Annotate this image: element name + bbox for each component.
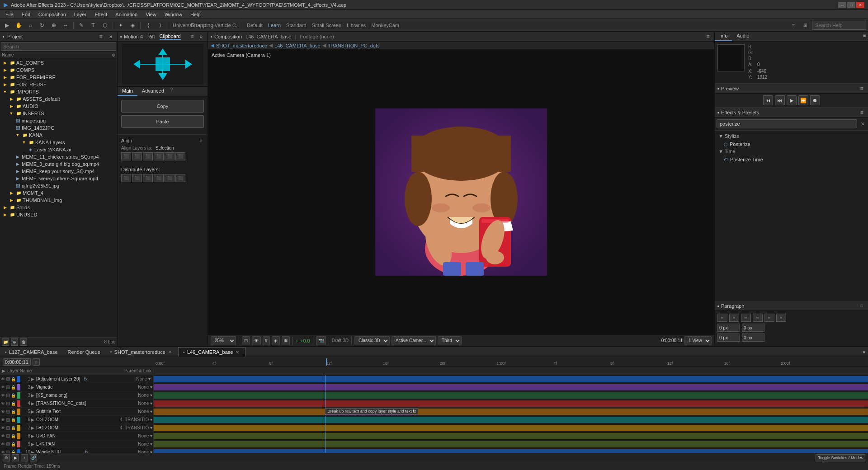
solo-icon-1[interactable] [6, 377, 10, 381]
para-align-right[interactable]: ≡ [741, 314, 751, 322]
timeline-tab-shot[interactable]: ▪ SHOT_mastertoreducе ✕ [105, 347, 178, 357]
clipboard-menu-btn[interactable]: ≡ [189, 33, 196, 40]
eye-icon-5[interactable]: 👁 [1, 409, 5, 414]
tree-item-for-reuse[interactable]: ▶ 📁 FOR_REUSE [0, 81, 117, 88]
tl-audio-btn[interactable]: ♪ [21, 454, 28, 461]
dist-left-btn[interactable]: ⬛ [121, 174, 131, 182]
align-bottom-btn[interactable]: ⬛ [175, 152, 185, 160]
eye-icon-8[interactable]: 👁 [1, 434, 5, 438]
expand-layer-5[interactable]: ▶ [31, 409, 34, 414]
tree-item-images-jpg[interactable]: 🖼 images.jpg [0, 117, 117, 124]
paragraph-menu-btn[interactable]: ≡ [858, 302, 865, 310]
parent-1[interactable]: None ▾ [136, 376, 151, 381]
eye-icon-4[interactable]: 👁 [1, 401, 5, 406]
project-search-input[interactable] [1, 42, 116, 51]
lock-icon-8[interactable]: 🔒 [11, 434, 16, 438]
renderer-select[interactable]: Classic 3D [354, 336, 390, 345]
zoom-select[interactable]: 25% 50% 100% [211, 336, 236, 345]
new-folder-btn[interactable]: 📁 [2, 338, 9, 346]
preview-menu-btn[interactable]: ≡ [858, 85, 865, 92]
tree-item-momt4[interactable]: ▶ 📁 MOMT_4 [0, 189, 117, 197]
workspace-switcher[interactable]: ⊞ [800, 20, 810, 30]
para-space-before[interactable] [717, 334, 740, 342]
preview-play-btn[interactable]: ▶ [787, 95, 797, 105]
tl-add-marker-btn[interactable]: ⊕ [3, 454, 10, 461]
shot-tab-close[interactable]: ✕ [167, 349, 173, 355]
fit-to-comp-btn[interactable]: ⊡ [242, 336, 250, 345]
parent-8[interactable]: None ▾ [138, 433, 152, 438]
para-indent-right[interactable] [742, 324, 764, 332]
menu-window[interactable]: Window [161, 11, 186, 18]
clipboard-close-btn[interactable]: » [198, 33, 205, 40]
menu-animation[interactable]: Animation [112, 11, 141, 18]
effects-search-input[interactable] [717, 119, 857, 128]
align-right-btn[interactable]: ⬛ [143, 152, 153, 160]
tree-item-meme-sorry[interactable]: ▶ MEME_keep your sorry_SQ.mp4 [0, 168, 117, 175]
tool-pan[interactable]: ↔ [61, 20, 71, 30]
tl-render-btn[interactable]: ▶ [12, 454, 19, 461]
motion-blur-btn[interactable]: ≋ [282, 336, 290, 345]
lock-icon-6[interactable]: 🔒 [11, 418, 16, 422]
expand-all-btn[interactable]: ▶ [2, 368, 5, 373]
rift-tab-label[interactable]: Rift [147, 34, 155, 39]
l46-tab-close[interactable]: ✕ [234, 349, 241, 355]
eye-icon-6[interactable]: 👁 [1, 418, 5, 422]
solo-icon-4[interactable] [6, 402, 10, 405]
para-space-after[interactable] [742, 334, 764, 342]
tree-item-imports[interactable]: ▼ 📁 IMPORTS [0, 88, 117, 95]
preview-prev-btn[interactable]: ⏭ [775, 95, 785, 105]
parent-5[interactable]: None ▾ [138, 409, 152, 414]
parent-7[interactable]: 4. TRANSITIO ▾ [120, 425, 152, 430]
para-align-center[interactable]: ≡ [729, 314, 739, 322]
minimize-button[interactable]: ─ [838, 2, 846, 8]
para-align-justify-last[interactable]: ≡ [764, 314, 774, 322]
expand-toolbar-btn[interactable]: » [788, 20, 798, 30]
clipboard-main-tab[interactable]: Main [118, 87, 137, 96]
eye-icon-9[interactable]: 👁 [1, 442, 5, 446]
menu-edit[interactable]: Edit [18, 11, 34, 18]
dist-right-btn[interactable]: ⬛ [143, 174, 153, 182]
active-camera-select[interactable]: Active Camer... [392, 336, 436, 345]
tree-item-kana[interactable]: ▼ 📁 KANA [0, 132, 117, 139]
parent-3[interactable]: None ▾ [138, 393, 152, 398]
menu-composition[interactable]: Composition [35, 11, 70, 18]
solo-icon-3[interactable] [6, 394, 10, 397]
align-top-btn[interactable]: ⬛ [154, 152, 164, 160]
menu-effect[interactable]: Effect [91, 11, 111, 18]
align-center-h-btn[interactable]: ⬛ [132, 152, 142, 160]
tool-align-left[interactable]: ⟨ [143, 20, 153, 30]
grid-btn[interactable]: # [263, 336, 270, 345]
align-menu-btn[interactable]: ≡ [198, 137, 204, 144]
maximize-button[interactable]: □ [847, 2, 855, 8]
menu-view[interactable]: View [142, 11, 160, 18]
effect-posterize[interactable]: ⬡ Posterize [717, 141, 866, 148]
tree-item-thumbnail[interactable]: ▶ 📁 THUMBNAIL_img [0, 197, 117, 204]
para-align-justify[interactable]: ≡ [753, 314, 763, 322]
parent-10[interactable]: None ▾ [138, 450, 152, 453]
solo-icon-9[interactable] [6, 442, 10, 446]
lock-icon-2[interactable]: 🔒 [11, 385, 16, 390]
paste-button[interactable]: Paste [121, 115, 204, 128]
effect-posterize-time[interactable]: ⏱ Posterize Time [717, 156, 866, 163]
copy-button[interactable]: Copy [121, 100, 204, 113]
lock-icon-4[interactable]: 🔒 [11, 401, 16, 406]
parent-6[interactable]: 4. TRANSITIO ▾ [120, 417, 152, 422]
tree-item-inserts[interactable]: ▼ 📁 INSERTS [0, 110, 117, 117]
tool-pen[interactable]: ✎ [76, 20, 86, 30]
new-comp-btn[interactable]: ⊕ [11, 338, 18, 346]
tool-select[interactable]: ▶ [2, 20, 12, 30]
tool-rotate[interactable]: ↻ [37, 20, 47, 30]
solo-icon-2[interactable] [6, 385, 10, 389]
help-search-input[interactable] [812, 21, 866, 30]
clipboard-help-btn[interactable]: ? [170, 87, 173, 96]
dist-bottom-btn[interactable]: ⬛ [175, 174, 185, 182]
tree-item-kana-layers[interactable]: ▼ 📁 KANA Layers [0, 139, 117, 146]
add-item-btn[interactable]: ⊕ [112, 52, 115, 57]
tool-text[interactable]: T [88, 20, 98, 30]
preview-last-btn[interactable]: ⏺ [810, 95, 820, 105]
clipboard-tab-label[interactable]: Clipboard [160, 33, 181, 40]
tool-align-right[interactable]: ⟩ [155, 20, 165, 30]
camera-options-btn[interactable]: 📷 [316, 336, 326, 345]
expand-layer-3[interactable]: ▶ [31, 393, 34, 398]
comp-name[interactable]: L46_CAMERA_base [245, 34, 292, 39]
